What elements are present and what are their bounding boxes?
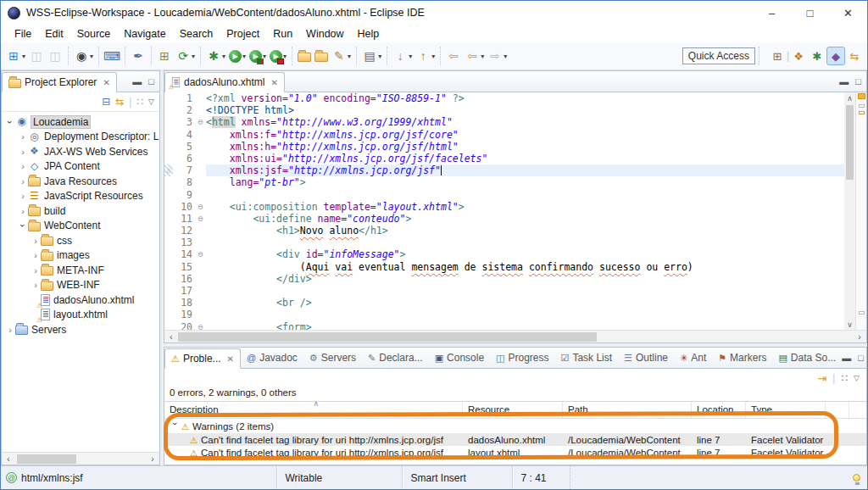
tree-item-java-resources[interactable]: ›Java Resources xyxy=(2,174,159,189)
quick-access-box[interactable]: Quick Access xyxy=(682,47,755,64)
fold-collapse-icon[interactable]: ⊖ xyxy=(195,248,206,260)
tree-item-css[interactable]: ›css xyxy=(2,233,159,248)
tab-declaration[interactable]: ✎Declara... xyxy=(362,348,429,368)
tree-item-loucademia[interactable]: ›◉Loucademia xyxy=(2,114,159,130)
scroll-left-icon[interactable]: ‹ xyxy=(2,454,15,464)
hscroll-thumb[interactable] xyxy=(17,454,76,464)
back-history-icon[interactable]: ⇦▾ xyxy=(463,46,486,66)
column-header-path[interactable]: Path xyxy=(563,402,692,418)
code-line-19[interactable]: 19 xyxy=(164,309,844,320)
chevron-col-icon[interactable]: › xyxy=(18,176,28,187)
close-editor-icon[interactable]: ✕ xyxy=(270,78,277,87)
show-palette-icon[interactable]: ▤▾ xyxy=(360,46,383,66)
overview-marker[interactable] xyxy=(859,311,865,315)
menu-navigate[interactable]: Navigate xyxy=(117,26,172,42)
tree-item-deployment-descriptor-l[interactable]: ›◎Deployment Descriptor: L xyxy=(2,130,159,145)
code-line-2[interactable]: 2<!DOCTYPE html> xyxy=(164,104,844,116)
web-perspective-icon[interactable]: ❖ xyxy=(789,47,808,65)
close-view-icon[interactable]: ✕ xyxy=(227,354,234,364)
minimize-view-icon[interactable]: ▬ xyxy=(842,353,851,363)
chevron-col-icon[interactable]: › xyxy=(31,265,41,276)
code-line-20[interactable]: 20⊖ <form> xyxy=(164,321,844,330)
fold-collapse-icon[interactable]: ⊖ xyxy=(195,201,206,213)
tab-project-explorer[interactable]: Project Explorer ✕ xyxy=(2,72,117,92)
menu-project[interactable]: Project xyxy=(220,26,266,42)
close-view-icon[interactable]: ✕ xyxy=(103,78,109,87)
pin-editor-icon[interactable]: ✒ xyxy=(129,46,147,66)
filter-icon[interactable]: ⇥ xyxy=(817,372,826,385)
user-account-icon[interactable]: ◉▾ xyxy=(72,46,95,66)
menu-window[interactable]: Window xyxy=(299,26,350,42)
scroll-right-icon[interactable]: › xyxy=(146,454,159,464)
run-external-icon[interactable]: ▶▾ xyxy=(248,46,268,66)
minimize-view-icon[interactable]: ▬ xyxy=(132,76,142,86)
new-wizard-icon[interactable]: ⊞▾ xyxy=(4,46,27,66)
menu-edit[interactable]: Edit xyxy=(38,26,70,42)
code-line-4[interactable]: 4 xmlns:f="http://xmlns.jcp.org/jsf/core… xyxy=(164,129,844,141)
warnings-group-row[interactable]: ›⚠Warnings (2 items) xyxy=(164,419,866,433)
maximize-view-icon[interactable]: □ xyxy=(148,76,154,86)
fold-collapse-icon[interactable]: ⊖ xyxy=(195,213,206,225)
export-icon[interactable]: ↑▾ xyxy=(414,46,437,66)
fold-collapse-icon[interactable]: ⊖ xyxy=(195,116,206,128)
overview-marker[interactable] xyxy=(859,104,865,108)
menu-source[interactable]: Source xyxy=(70,26,118,42)
code-line-8[interactable]: 8 lang="pt-br"> xyxy=(164,176,844,188)
code-line-14[interactable]: 14⊖ <div id="infoMessage"> xyxy=(164,248,844,260)
chevron-col-icon[interactable]: › xyxy=(18,131,28,142)
code-line-10[interactable]: 10⊖ <ui:composition template="layout.xht… xyxy=(164,201,844,213)
tree-item-web-inf[interactable]: ›WEB-INF xyxy=(2,278,159,293)
tree-item-layout-xhtml[interactable]: layout.xhtml xyxy=(2,308,159,323)
minimize-editor-icon[interactable]: ▬ xyxy=(839,76,849,86)
view-menu-icon[interactable]: ▽ xyxy=(854,374,860,382)
tab-javadoc[interactable]: @Javadoc xyxy=(241,348,303,368)
hscroll-thumb[interactable] xyxy=(178,332,597,342)
code-area[interactable]: 1<?xml version="1.0" encoding="ISO-8859-… xyxy=(164,92,844,330)
refresh-restart-icon[interactable]: ⟳▾ xyxy=(174,46,197,66)
editor-tab-dadosAluno[interactable]: dadosAluno.xhtml ✕ xyxy=(164,72,285,92)
code-line-13[interactable]: 13 xyxy=(164,237,844,248)
chevron-exp-icon[interactable]: › xyxy=(5,117,15,127)
debug-icon[interactable]: ✱▾ xyxy=(204,46,227,66)
chevron-col-icon[interactable]: › xyxy=(18,161,28,171)
chevron-col-icon[interactable]: › xyxy=(18,191,28,201)
window-maximize-button[interactable]: □ xyxy=(791,1,829,25)
tree-item-servers[interactable]: ›Servers xyxy=(2,322,159,337)
column-header-type[interactable]: Type xyxy=(746,402,826,418)
focus-tasks-icon[interactable]: ∷ xyxy=(136,96,143,108)
code-line-7[interactable]: ⚠7 xmlns:jsf="http://xmlns.jcp.org/jsf" xyxy=(164,164,844,176)
chevron-col-icon[interactable]: › xyxy=(18,147,28,157)
status-insert-mode[interactable]: Smart Insert xyxy=(402,466,512,489)
chevron-exp-icon[interactable]: › xyxy=(18,220,28,231)
profile-icon[interactable]: ▶▾ xyxy=(268,46,288,66)
tab-markers[interactable]: ⚑Markers xyxy=(712,348,772,368)
open-folder-icon[interactable] xyxy=(313,46,330,66)
column-header-resource[interactable]: Resource xyxy=(463,402,563,418)
problem-row-1[interactable]: ⚠Can't find facelet tag library for uri … xyxy=(164,433,866,446)
window-minimize-button[interactable]: – xyxy=(753,1,791,25)
code-line-12[interactable]: 12 <h1>Novo aluno</h1> xyxy=(164,225,844,237)
menu-search[interactable]: Search xyxy=(173,26,220,42)
run-icon[interactable]: ▶▾ xyxy=(227,46,248,66)
window-close-button[interactable]: ✕ xyxy=(829,1,867,25)
tab-task-list[interactable]: ☑Task List xyxy=(555,348,619,368)
chevron-col-icon[interactable]: › xyxy=(5,325,15,335)
link-with-editor-icon[interactable]: ⇆ xyxy=(115,96,124,108)
tree-item-jax-ws-web-services[interactable]: ›❖JAX-WS Web Services xyxy=(2,144,159,159)
tab-data-source[interactable]: ▤Data So... xyxy=(772,348,842,368)
column-header-blank[interactable] xyxy=(826,402,849,418)
tree-item-build[interactable]: ›build xyxy=(2,203,159,219)
maximize-editor-icon[interactable]: □ xyxy=(855,76,861,86)
mark-text-icon[interactable]: ✎▾ xyxy=(330,46,353,66)
focus-tasks-icon[interactable]: ∷ xyxy=(841,372,848,384)
menu-help[interactable]: Help xyxy=(351,26,387,42)
scroll-right-icon[interactable]: › xyxy=(853,332,866,342)
chevron-col-icon[interactable]: › xyxy=(31,250,41,260)
code-line-1[interactable]: 1<?xml version="1.0" encoding="ISO-8859-… xyxy=(164,92,844,104)
code-line-11[interactable]: 11⊖ <ui:define name="conteudo"> xyxy=(164,213,844,225)
overview-warning-marker[interactable] xyxy=(859,111,865,114)
code-line-17[interactable]: 17 xyxy=(164,285,844,297)
tab-progress[interactable]: ◫Progress xyxy=(490,348,554,368)
tab-console[interactable]: ▣Console xyxy=(429,348,490,368)
menu-run[interactable]: Run xyxy=(266,26,299,42)
